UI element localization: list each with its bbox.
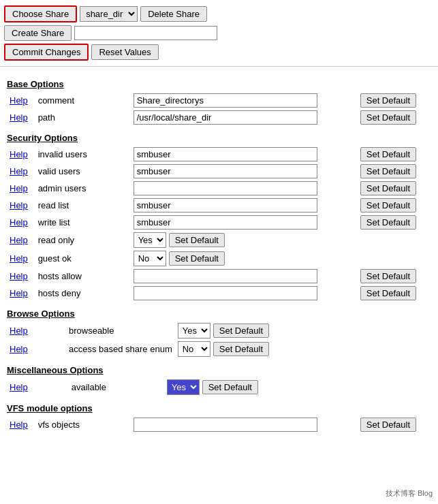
guest-ok-label: guest ok bbox=[35, 249, 131, 268]
toolbar-row-1: Choose Share share_dir Delete Share bbox=[4, 5, 434, 22]
available-set-default-button[interactable]: Set Default bbox=[202, 380, 258, 394]
help-path-link[interactable]: Help bbox=[10, 112, 28, 123]
admin-users-set-default-button[interactable]: Set Default bbox=[360, 181, 416, 195]
help-admin-users-link[interactable]: Help bbox=[10, 183, 28, 193]
invalid-users-input[interactable] bbox=[134, 147, 317, 161]
valid-users-label: valid users bbox=[35, 163, 131, 180]
path-input[interactable] bbox=[134, 110, 317, 125]
comment-label: comment bbox=[35, 92, 131, 109]
base-options-table: Help comment Set Default Help path Set D… bbox=[7, 92, 431, 126]
browseable-select[interactable]: Yes No bbox=[178, 323, 210, 338]
help-vfs-objects-link[interactable]: Help bbox=[10, 420, 28, 430]
vfs-objects-input[interactable] bbox=[134, 418, 317, 432]
commit-changes-button[interactable]: Commit Changes bbox=[4, 44, 89, 61]
misc-options-title: Miscellaneous Options bbox=[7, 365, 431, 375]
help-read-list-link[interactable]: Help bbox=[10, 200, 28, 210]
access-based-set-default-button[interactable]: Set Default bbox=[213, 342, 269, 356]
access-based-select[interactable]: Yes No bbox=[178, 341, 210, 357]
reset-values-button[interactable]: Reset Values bbox=[91, 44, 158, 60]
read-only-select[interactable]: Yes No bbox=[134, 232, 166, 248]
hosts-deny-set-default-button[interactable]: Set Default bbox=[360, 286, 416, 300]
table-row: Help read only Yes No Set Default bbox=[7, 231, 431, 249]
delete-share-button[interactable]: Delete Share bbox=[140, 6, 207, 22]
read-only-set-default-button[interactable]: Set Default bbox=[169, 233, 225, 247]
help-access-based-link[interactable]: Help bbox=[10, 344, 28, 354]
vfs-options-title: VFS module options bbox=[7, 403, 431, 413]
toolbar-row-3: Commit Changes Reset Values bbox=[4, 44, 434, 61]
read-list-set-default-button[interactable]: Set Default bbox=[360, 198, 416, 212]
table-row: Help hosts deny Set Default bbox=[7, 285, 431, 302]
invalid-users-set-default-button[interactable]: Set Default bbox=[360, 147, 416, 161]
available-label: available bbox=[69, 378, 164, 396]
help-guest-ok-link[interactable]: Help bbox=[10, 253, 28, 264]
available-select[interactable]: Yes No bbox=[167, 379, 200, 395]
hosts-allow-input[interactable] bbox=[134, 269, 317, 283]
comment-input[interactable] bbox=[134, 93, 317, 108]
table-row: Help guest ok Yes No Set Default bbox=[7, 249, 431, 268]
browse-options-title: Browse Options bbox=[7, 309, 431, 319]
invalid-users-label: invalid users bbox=[35, 146, 131, 163]
create-share-button[interactable]: Create Share bbox=[4, 25, 72, 41]
help-invalid-users-link[interactable]: Help bbox=[10, 149, 28, 159]
toolbar-row-2: Create Share bbox=[4, 25, 434, 41]
read-list-input[interactable] bbox=[134, 198, 317, 212]
hosts-deny-label: hosts deny bbox=[35, 285, 131, 302]
content-area: Base Options Help comment Set Default He… bbox=[0, 67, 438, 439]
table-row: Help admin users Set Default bbox=[7, 180, 431, 197]
admin-users-label: admin users bbox=[35, 180, 131, 197]
table-row: Help comment Set Default bbox=[7, 92, 431, 109]
browseable-set-default-button[interactable]: Set Default bbox=[213, 324, 269, 338]
help-write-list-link[interactable]: Help bbox=[10, 217, 28, 227]
help-comment-link[interactable]: Help bbox=[10, 95, 28, 106]
vfs-options-table: Help vfs objects Set Default bbox=[7, 416, 431, 433]
path-label: path bbox=[35, 109, 131, 126]
browse-options-table: Help browseable Yes No Set Default Help … bbox=[7, 321, 431, 358]
toolbar: Choose Share share_dir Delete Share Crea… bbox=[0, 0, 438, 67]
path-set-default-button[interactable]: Set Default bbox=[360, 110, 416, 125]
table-row: Help write list Set Default bbox=[7, 214, 431, 231]
help-valid-users-link[interactable]: Help bbox=[10, 166, 28, 176]
security-options-table: Help invalid users Set Default Help vali… bbox=[7, 146, 431, 302]
table-row: Help valid users Set Default bbox=[7, 163, 431, 180]
read-only-label: read only bbox=[35, 231, 131, 249]
table-row: Help available Yes No Set Default bbox=[7, 378, 431, 396]
share-select[interactable]: share_dir bbox=[80, 6, 138, 22]
base-options-title: Base Options bbox=[7, 79, 431, 89]
write-list-label: write list bbox=[35, 214, 131, 231]
help-hosts-deny-link[interactable]: Help bbox=[10, 288, 28, 298]
choose-share-button[interactable]: Choose Share bbox=[4, 5, 77, 22]
watermark: 技术博客 Blog bbox=[386, 488, 433, 499]
write-list-set-default-button[interactable]: Set Default bbox=[360, 215, 416, 230]
hosts-allow-label: hosts allow bbox=[35, 268, 131, 285]
comment-set-default-button[interactable]: Set Default bbox=[360, 93, 416, 108]
guest-ok-set-default-button[interactable]: Set Default bbox=[169, 251, 225, 266]
vfs-objects-label: vfs objects bbox=[35, 416, 131, 433]
help-available-link[interactable]: Help bbox=[10, 382, 28, 392]
misc-options-table: Help available Yes No Set Default bbox=[7, 378, 431, 396]
new-share-input[interactable] bbox=[74, 26, 217, 40]
security-options-title: Security Options bbox=[7, 133, 431, 143]
table-row: Help hosts allow Set Default bbox=[7, 268, 431, 285]
help-browseable-link[interactable]: Help bbox=[10, 326, 28, 336]
guest-ok-control: Yes No Set Default bbox=[134, 251, 355, 266]
help-hosts-allow-link[interactable]: Help bbox=[10, 271, 28, 281]
read-list-label: read list bbox=[35, 197, 131, 214]
guest-ok-select[interactable]: Yes No bbox=[134, 251, 166, 266]
access-based-control: Yes No Set Default bbox=[178, 341, 415, 357]
write-list-input[interactable] bbox=[134, 215, 317, 230]
admin-users-input[interactable] bbox=[134, 181, 317, 195]
hosts-deny-input[interactable] bbox=[134, 286, 317, 300]
browseable-label: browseable bbox=[66, 321, 175, 340]
vfs-objects-set-default-button[interactable]: Set Default bbox=[360, 418, 416, 432]
help-read-only-link[interactable]: Help bbox=[10, 235, 28, 245]
table-row: Help access based share enum Yes No Set … bbox=[7, 340, 431, 358]
read-only-control: Yes No Set Default bbox=[134, 232, 355, 248]
table-row: Help read list Set Default bbox=[7, 197, 431, 214]
available-control: Yes No Set Default bbox=[167, 379, 414, 395]
valid-users-input[interactable] bbox=[134, 164, 317, 178]
table-row: Help invalid users Set Default bbox=[7, 146, 431, 163]
hosts-allow-set-default-button[interactable]: Set Default bbox=[360, 269, 416, 283]
table-row: Help vfs objects Set Default bbox=[7, 416, 431, 433]
valid-users-set-default-button[interactable]: Set Default bbox=[360, 164, 416, 178]
table-row: Help browseable Yes No Set Default bbox=[7, 321, 431, 340]
